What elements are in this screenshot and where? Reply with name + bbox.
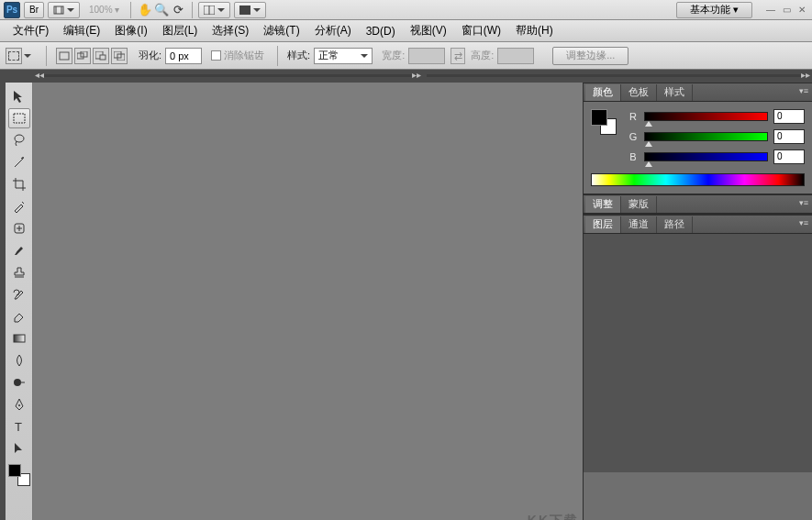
- b-label: B: [628, 151, 639, 162]
- maximize-button[interactable]: ▭: [780, 4, 793, 17]
- r-value[interactable]: 0: [773, 109, 805, 124]
- rotate-icon[interactable]: ⟳: [170, 3, 186, 17]
- hand-icon[interactable]: ✋: [137, 3, 153, 17]
- zoom-icon[interactable]: 🔍: [153, 3, 170, 17]
- minimize-button[interactable]: —: [764, 4, 777, 17]
- work-area: T KK下载 颜色 色板 样式 ▾≡: [0, 83, 812, 520]
- menu-file[interactable]: 文件(F): [6, 20, 56, 41]
- svg-point-14: [15, 135, 24, 142]
- menu-layer[interactable]: 图层(L): [155, 20, 206, 41]
- app-titlebar: Ps Br 100% ▾ ✋ 🔍 ⟳ 基本功能 ▾ — ▭ ✕: [0, 0, 812, 20]
- eyedropper-tool[interactable]: [8, 196, 30, 216]
- tab-swatches[interactable]: 色板: [621, 84, 657, 101]
- tab-masks[interactable]: 蒙版: [621, 196, 657, 213]
- stamp-tool[interactable]: [8, 262, 30, 282]
- type-tool[interactable]: T: [8, 416, 30, 437]
- r-slider[interactable]: [644, 112, 768, 121]
- menu-help[interactable]: 帮助(H): [508, 20, 561, 41]
- minibridge-button[interactable]: [48, 2, 80, 18]
- spectrum-strip[interactable]: [591, 173, 805, 186]
- selection-subtract[interactable]: [93, 48, 109, 64]
- adjustments-panel-tabs: 调整 蒙版 ▾≡: [584, 195, 812, 214]
- selection-add[interactable]: [74, 48, 91, 64]
- style-label: 样式:: [287, 49, 310, 62]
- antialias-checkbox: 消除锯齿: [211, 49, 264, 62]
- history-brush-tool[interactable]: [8, 284, 30, 304]
- chevron-down-icon[interactable]: [24, 54, 31, 58]
- svg-rect-13: [14, 114, 25, 123]
- g-slider[interactable]: [644, 132, 768, 141]
- gradient-tool[interactable]: [8, 328, 30, 349]
- link-dimensions: ⇄: [450, 48, 465, 64]
- feather-input[interactable]: 0 px: [165, 48, 202, 64]
- height-input: [497, 48, 534, 64]
- toolbox: T: [6, 83, 33, 520]
- width-input: [408, 48, 445, 64]
- g-label: G: [628, 131, 639, 142]
- tab-layers[interactable]: 图层: [585, 216, 621, 233]
- menu-view[interactable]: 视图(V): [403, 20, 454, 41]
- panel-menu-icon[interactable]: ▾≡: [799, 86, 808, 95]
- close-button[interactable]: ✕: [795, 4, 808, 17]
- adjustments-panel: 调整 蒙版 ▾≡: [583, 194, 812, 215]
- screenmode-button[interactable]: [234, 2, 266, 18]
- menu-3d[interactable]: 3D(D): [359, 22, 403, 40]
- menu-image[interactable]: 图像(I): [107, 20, 154, 41]
- svg-point-17: [14, 379, 21, 386]
- menu-window[interactable]: 窗口(W): [454, 20, 508, 41]
- screen-icon: [239, 6, 250, 15]
- menu-select[interactable]: 选择(S): [205, 20, 256, 41]
- tool-preset-picker[interactable]: [6, 48, 22, 64]
- lasso-tool[interactable]: [8, 130, 30, 150]
- svg-rect-6: [60, 52, 69, 60]
- panel-fg-swatch[interactable]: [591, 109, 607, 126]
- move-tool[interactable]: [8, 86, 30, 106]
- color-panel: 颜色 色板 样式 ▾≡ R 0: [583, 83, 812, 194]
- svg-point-18: [18, 404, 20, 406]
- tab-styles[interactable]: 样式: [657, 84, 693, 101]
- style-select[interactable]: 正常: [314, 48, 373, 64]
- b-value[interactable]: 0: [773, 149, 805, 164]
- panel-collapse-bar[interactable]: ◂◂▸▸ ▸▸: [0, 70, 812, 83]
- svg-rect-10: [100, 55, 106, 60]
- brush-tool[interactable]: [8, 240, 30, 260]
- blur-tool[interactable]: [8, 350, 30, 371]
- menu-analysis[interactable]: 分析(A): [307, 20, 359, 41]
- tab-paths[interactable]: 路径: [657, 216, 693, 233]
- layers-list[interactable]: [584, 234, 812, 472]
- feather-label: 羽化:: [139, 49, 161, 62]
- zoom-level[interactable]: 100% ▾: [83, 5, 125, 15]
- panel-menu-icon[interactable]: ▾≡: [799, 198, 808, 207]
- workspace-switcher[interactable]: 基本功能 ▾: [676, 2, 752, 18]
- refine-edge-button[interactable]: 调整边缘...: [552, 47, 628, 65]
- color-swatches[interactable]: [8, 464, 30, 486]
- tab-color[interactable]: 颜色: [585, 84, 621, 101]
- path-select-tool[interactable]: [8, 438, 30, 459]
- marquee-tool[interactable]: [8, 108, 30, 128]
- separator: [46, 46, 47, 66]
- crop-tool[interactable]: [8, 174, 30, 194]
- selection-intersect[interactable]: [111, 48, 128, 64]
- canvas-area[interactable]: KK下载: [33, 83, 583, 520]
- g-value[interactable]: 0: [773, 129, 805, 144]
- tab-channels[interactable]: 通道: [621, 216, 657, 233]
- menu-filter[interactable]: 滤镜(T): [256, 20, 306, 41]
- film-icon: [53, 5, 64, 16]
- pen-tool[interactable]: [8, 394, 30, 415]
- dodge-tool[interactable]: [8, 372, 30, 393]
- wand-tool[interactable]: [8, 152, 30, 172]
- eraser-tool[interactable]: [8, 306, 30, 326]
- panel-color-swatches[interactable]: [591, 109, 617, 135]
- selection-new[interactable]: [56, 48, 72, 64]
- tab-adjustments[interactable]: 调整: [585, 196, 621, 213]
- healing-tool[interactable]: [8, 218, 30, 238]
- arrange-button[interactable]: [198, 2, 230, 18]
- height-label: 高度:: [471, 49, 494, 62]
- foreground-swatch[interactable]: [8, 464, 21, 477]
- b-slider[interactable]: [644, 152, 768, 161]
- separator: [192, 2, 193, 18]
- menu-edit[interactable]: 编辑(E): [56, 20, 107, 41]
- panel-menu-icon[interactable]: ▾≡: [799, 218, 808, 227]
- bridge-button[interactable]: Br: [24, 2, 44, 18]
- separator: [130, 2, 131, 18]
